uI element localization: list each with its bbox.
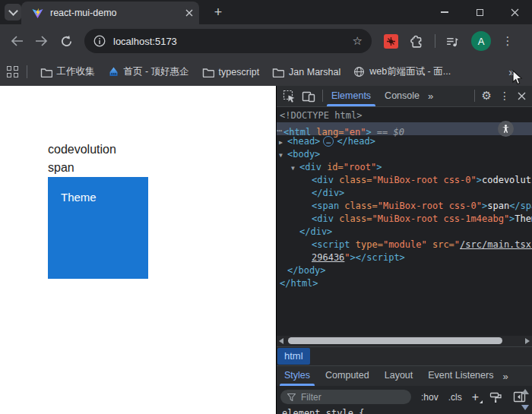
- minimize-icon: [441, 11, 448, 13]
- media-playlist-icon[interactable]: [442, 32, 461, 50]
- bookmark-item[interactable]: web前端面试 - 面...: [353, 65, 451, 78]
- bookmark-item[interactable]: Jan Marshal: [272, 67, 340, 77]
- dom-tree-row[interactable]: 296436"></script>: [277, 251, 532, 264]
- content-area: codevolution span Theme: [0, 86, 532, 414]
- styles-tab-computed[interactable]: Computed: [318, 366, 377, 386]
- bookmark-item[interactable]: typescript: [202, 67, 260, 77]
- bookmark-star-icon[interactable]: ☆: [353, 34, 363, 48]
- dom-tree-row[interactable]: </html>: [277, 277, 532, 290]
- dom-tree-row[interactable]: ▼<div id="root">: [277, 161, 532, 174]
- dom-tree-row[interactable]: …<html lang="en"> == $0: [277, 122, 532, 135]
- dom-tree-row[interactable]: <script type="module" src="/src/main.tsx…: [277, 239, 532, 251]
- dom-tree-row[interactable]: </div>: [277, 226, 532, 239]
- dom-tree: <!DOCTYPE html>…<html lang="en"> == $0▶<…: [277, 107, 532, 336]
- scroll-left-arrow[interactable]: [279, 338, 283, 344]
- browser-menu-icon[interactable]: ⋮: [501, 34, 515, 48]
- minimize-button[interactable]: [427, 0, 462, 24]
- bookmark-item[interactable]: 首页 - 顶好惠企: [108, 65, 189, 78]
- styles-tab-styles[interactable]: Styles: [277, 366, 318, 386]
- new-tab-button[interactable]: +: [210, 5, 226, 21]
- bookmark-item[interactable]: 工作收集: [40, 65, 95, 78]
- styles-pane-partial-rule: element.style {: [277, 408, 532, 414]
- red-extension-icon[interactable]: [384, 34, 398, 49]
- close-window-button[interactable]: [497, 0, 532, 24]
- back-button[interactable]: [8, 32, 26, 50]
- browser-tab[interactable]: react-mui-demo: [21, 2, 199, 24]
- theme-box-label: Theme: [61, 191, 97, 204]
- bookmark-label: 首页 - 顶好惠企: [124, 65, 189, 78]
- element-classes-button[interactable]: .cls: [448, 392, 462, 403]
- devtools-tabs: ElementsConsole: [325, 86, 426, 106]
- dom-tree-row[interactable]: <div class="MuiBox-root css-0">codevolut…: [277, 174, 532, 187]
- maximize-icon: [477, 9, 483, 16]
- forward-button[interactable]: [32, 32, 50, 50]
- tab-close-icon[interactable]: [185, 9, 193, 17]
- site-icon: [108, 66, 119, 77]
- page-text-codevolution: codevolution: [48, 141, 276, 159]
- scroll-down-arrow[interactable]: [521, 405, 529, 410]
- window-controls: [427, 0, 532, 24]
- devtools-settings-gear-icon[interactable]: ⚙: [482, 89, 492, 103]
- expander-closed-icon[interactable]: ▶: [279, 136, 287, 149]
- folder-icon: [272, 67, 284, 77]
- devtools-tab-console[interactable]: Console: [378, 86, 426, 106]
- devtools-tab-elements[interactable]: Elements: [325, 86, 378, 106]
- horizontal-scroll-thumb[interactable]: [288, 337, 502, 344]
- collapsed-children-badge[interactable]: …: [323, 136, 334, 147]
- breadcrumb-html-chip[interactable]: html: [277, 348, 310, 365]
- url-text[interactable]: localhost:5173: [113, 36, 353, 47]
- devtools-menu-icon[interactable]: ⋮: [499, 90, 510, 102]
- toolbar-separator: [435, 34, 435, 48]
- devtools-more-tabs-chevron[interactable]: »: [428, 90, 433, 102]
- overflow-ellipsis-marker: …: [277, 122, 283, 135]
- scroll-right-arrow[interactable]: [525, 338, 530, 344]
- dom-tree-row[interactable]: </body>: [277, 264, 532, 277]
- bookmark-label: Jan Marshal: [289, 67, 340, 77]
- dom-tree-row[interactable]: </div>: [277, 187, 532, 200]
- inspect-element-icon[interactable]: [283, 90, 296, 103]
- reload-button[interactable]: [57, 32, 75, 50]
- bookmark-label: typescript: [219, 67, 260, 77]
- dom-tree-row[interactable]: ▼<body>: [277, 148, 532, 161]
- bookmark-label: 工作收集: [57, 65, 95, 78]
- styles-filter-input[interactable]: Filter: [280, 390, 411, 404]
- site-info-icon[interactable]: [93, 35, 106, 47]
- toggle-element-state-button[interactable]: :hov: [421, 392, 439, 403]
- maximize-button[interactable]: [462, 0, 497, 24]
- accessibility-icon[interactable]: [498, 121, 514, 137]
- expander-open-icon[interactable]: ▼: [291, 162, 299, 175]
- folder-icon: [40, 67, 52, 77]
- bookmark-label: web前端面试 - 面...: [369, 65, 451, 78]
- styles-more-tabs-chevron[interactable]: »: [502, 371, 508, 382]
- apps-grid-icon[interactable]: [7, 66, 18, 77]
- dom-tree-row[interactable]: <div class="MuiBox-root css-1m4eabg">The…: [277, 213, 532, 226]
- vite-favicon: [32, 8, 43, 19]
- extensions-puzzle-icon[interactable]: [407, 32, 426, 50]
- styles-tab-layout[interactable]: Layout: [377, 366, 421, 386]
- dom-tree-row[interactable]: <!DOCTYPE html>: [277, 109, 532, 122]
- address-bar[interactable]: localhost:5173 ☆: [84, 29, 372, 53]
- bookmarks-bar: 工作收集首页 - 顶好惠企typescriptJan Marshalweb前端面…: [0, 58, 532, 86]
- profile-avatar[interactable]: A: [471, 31, 491, 51]
- expander-open-icon[interactable]: ▼: [279, 149, 287, 162]
- paint-icon[interactable]: [489, 391, 502, 403]
- dom-breadcrumb-bar: html: [277, 346, 532, 366]
- tab-title: react-mui-demo: [50, 8, 185, 18]
- bookmarks-list: 工作收集首页 - 顶好惠企typescriptJan Marshalweb前端面…: [27, 65, 451, 78]
- page-text-span: span: [48, 159, 276, 177]
- dom-tree-row[interactable]: <span class="MuiBox-root css-0">span</sp…: [277, 200, 532, 213]
- tab-search-button[interactable]: [5, 4, 21, 21]
- dom-tree-row[interactable]: ▶<head>…</head>: [277, 135, 532, 148]
- device-toolbar-icon[interactable]: [302, 90, 315, 103]
- chevron-down-icon: [8, 6, 18, 16]
- dom-tree-horizontal-scrollbar[interactable]: [277, 336, 532, 346]
- styles-filter-row: Filter :hov .cls +: [277, 386, 532, 408]
- devtools-toolbar-separator: [322, 90, 323, 102]
- new-style-rule-button[interactable]: +: [472, 391, 479, 403]
- scroll-up-arrow[interactable]: [521, 389, 529, 394]
- styles-tab-event-listeners[interactable]: Event Listeners: [420, 366, 501, 386]
- close-icon: [511, 8, 519, 17]
- devtools-close-icon[interactable]: [518, 92, 526, 100]
- browser-window: react-mui-demo +: [0, 0, 532, 414]
- devtools-toolbar-separator2: [474, 90, 475, 102]
